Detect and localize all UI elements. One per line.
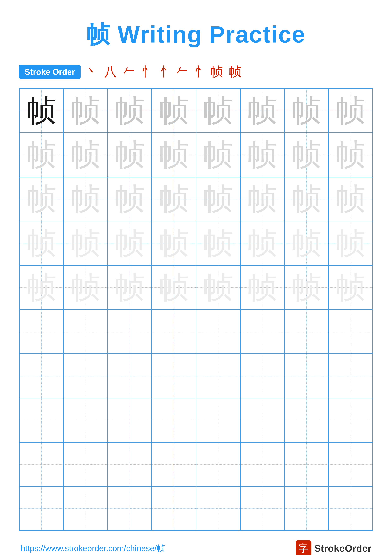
grid-cell-r6c3[interactable] <box>108 310 152 354</box>
grid-cell-r6c2[interactable] <box>64 310 107 354</box>
grid-cell-r7c7[interactable] <box>284 354 328 398</box>
practice-grid: 帧 帧 帧 帧 帧 帧 帧 帧 帧 帧 帧 <box>19 88 373 531</box>
grid-cell-r7c4[interactable] <box>152 354 196 398</box>
grid-cell-r8c8[interactable] <box>328 398 373 442</box>
char-r5c6: 帧 <box>247 272 277 302</box>
grid-cell-r7c2[interactable] <box>64 354 107 398</box>
grid-cell-r3c1[interactable]: 帧 <box>19 177 64 221</box>
grid-cell-r9c5[interactable] <box>196 442 240 486</box>
char-r4c8: 帧 <box>335 228 366 258</box>
grid-cell-r5c4[interactable]: 帧 <box>152 265 196 310</box>
grid-cell-r2c6[interactable]: 帧 <box>240 133 284 177</box>
grid-cell-r1c4[interactable]: 帧 <box>152 89 196 133</box>
grid-cell-r8c6[interactable] <box>240 398 284 442</box>
grid-cell-r1c5[interactable]: 帧 <box>196 89 240 133</box>
grid-cell-r8c4[interactable] <box>152 398 196 442</box>
grid-cell-r10c6[interactable] <box>240 486 284 531</box>
grid-cell-r10c4[interactable] <box>152 486 196 531</box>
grid-cell-r6c5[interactable] <box>196 310 240 354</box>
page: 帧 Writing Practice Stroke Order 丶 八 𠂉 忄 … <box>0 0 392 555</box>
grid-cell-r9c6[interactable] <box>240 442 284 486</box>
grid-cell-r6c8[interactable] <box>328 310 373 354</box>
char-r1c4: 帧 <box>159 96 189 126</box>
grid-cell-r4c2[interactable]: 帧 <box>64 221 107 265</box>
grid-cell-r7c5[interactable] <box>196 354 240 398</box>
grid-cell-r1c2[interactable]: 帧 <box>64 89 107 133</box>
grid-cell-r8c2[interactable] <box>64 398 107 442</box>
grid-cell-r1c7[interactable]: 帧 <box>284 89 328 133</box>
grid-cell-r10c3[interactable] <box>108 486 152 531</box>
grid-cell-r9c3[interactable] <box>108 442 152 486</box>
footer: https://www.strokeorder.com/chinese/帧 字 … <box>19 540 373 555</box>
stroke-order-row: Stroke Order 丶 八 𠂉 忄 忄𠂉 忄帧 帧 <box>19 63 373 80</box>
grid-cell-r10c2[interactable] <box>64 486 107 531</box>
grid-cell-r6c4[interactable] <box>152 310 196 354</box>
grid-cell-r3c8[interactable]: 帧 <box>328 177 373 221</box>
grid-cell-r2c7[interactable]: 帧 <box>284 133 328 177</box>
char-r4c6: 帧 <box>247 228 277 258</box>
grid-cell-r10c7[interactable] <box>284 486 328 531</box>
char-r2c5: 帧 <box>203 140 233 170</box>
grid-cell-r7c3[interactable] <box>108 354 152 398</box>
grid-cell-r4c7[interactable]: 帧 <box>284 221 328 265</box>
grid-cell-r8c1[interactable] <box>19 398 64 442</box>
grid-cell-r7c8[interactable] <box>328 354 373 398</box>
grid-cell-r8c7[interactable] <box>284 398 328 442</box>
grid-cell-r4c5[interactable]: 帧 <box>196 221 240 265</box>
grid-cell-r6c7[interactable] <box>284 310 328 354</box>
grid-cell-r7c1[interactable] <box>19 354 64 398</box>
grid-cell-r6c6[interactable] <box>240 310 284 354</box>
grid-cell-r8c5[interactable] <box>196 398 240 442</box>
grid-cell-r2c4[interactable]: 帧 <box>152 133 196 177</box>
grid-cell-r2c5[interactable]: 帧 <box>196 133 240 177</box>
grid-cell-r2c8[interactable]: 帧 <box>328 133 373 177</box>
grid-cell-r3c3[interactable]: 帧 <box>108 177 152 221</box>
grid-cell-r3c5[interactable]: 帧 <box>196 177 240 221</box>
grid-cell-r1c3[interactable]: 帧 <box>108 89 152 133</box>
grid-cell-r5c1[interactable]: 帧 <box>19 265 64 310</box>
char-r3c8: 帧 <box>335 184 366 214</box>
grid-cell-r2c3[interactable]: 帧 <box>108 133 152 177</box>
grid-cell-r4c4[interactable]: 帧 <box>152 221 196 265</box>
grid-cell-r5c8[interactable]: 帧 <box>328 265 373 310</box>
char-r4c2: 帧 <box>71 228 100 258</box>
grid-cell-r8c3[interactable] <box>108 398 152 442</box>
grid-cell-r5c7[interactable]: 帧 <box>284 265 328 310</box>
char-r3c4: 帧 <box>159 184 189 214</box>
grid-cell-r4c8[interactable]: 帧 <box>328 221 373 265</box>
grid-cell-r10c8[interactable] <box>328 486 373 531</box>
grid-cell-r1c8[interactable]: 帧 <box>328 89 373 133</box>
stroke-5: 忄𠂉 <box>160 63 192 80</box>
grid-cell-r1c1[interactable]: 帧 <box>19 89 64 133</box>
grid-cell-r3c2[interactable]: 帧 <box>64 177 107 221</box>
footer-url[interactable]: https://www.strokeorder.com/chinese/帧 <box>21 543 165 554</box>
grid-cell-r5c6[interactable]: 帧 <box>240 265 284 310</box>
grid-cell-r2c2[interactable]: 帧 <box>64 133 107 177</box>
grid-cell-r3c7[interactable]: 帧 <box>284 177 328 221</box>
grid-cell-r5c2[interactable]: 帧 <box>64 265 107 310</box>
grid-cell-r4c3[interactable]: 帧 <box>108 221 152 265</box>
grid-cell-r5c3[interactable]: 帧 <box>108 265 152 310</box>
grid-cell-r1c6[interactable]: 帧 <box>240 89 284 133</box>
grid-cell-r10c5[interactable] <box>196 486 240 531</box>
char-r2c8: 帧 <box>335 140 366 170</box>
grid-cell-r9c2[interactable] <box>64 442 107 486</box>
grid-cell-r9c7[interactable] <box>284 442 328 486</box>
stroke-7: 帧 <box>229 63 245 80</box>
grid-cell-r4c1[interactable]: 帧 <box>19 221 64 265</box>
grid-cell-r9c4[interactable] <box>152 442 196 486</box>
char-r2c1: 帧 <box>26 140 57 170</box>
grid-cell-r4c6[interactable]: 帧 <box>240 221 284 265</box>
grid-cell-r6c1[interactable] <box>19 310 64 354</box>
grid-cell-r7c6[interactable] <box>240 354 284 398</box>
char-r2c3: 帧 <box>115 140 145 170</box>
grid-cell-r2c1[interactable]: 帧 <box>19 133 64 177</box>
char-r2c2: 帧 <box>71 140 100 170</box>
char-r5c8: 帧 <box>335 272 366 302</box>
grid-cell-r9c1[interactable] <box>19 442 64 486</box>
grid-cell-r10c1[interactable] <box>19 486 64 531</box>
grid-cell-r5c5[interactable]: 帧 <box>196 265 240 310</box>
grid-cell-r3c6[interactable]: 帧 <box>240 177 284 221</box>
grid-cell-r3c4[interactable]: 帧 <box>152 177 196 221</box>
grid-cell-r9c8[interactable] <box>328 442 373 486</box>
